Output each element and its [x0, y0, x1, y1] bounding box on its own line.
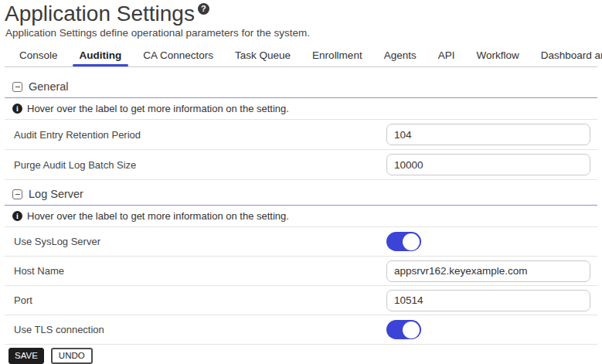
field-label: Audit Entry Retention Period: [5, 129, 386, 141]
info-icon: i: [12, 211, 22, 221]
section-title: Log Server: [29, 188, 83, 200]
collapse-icon[interactable]: [12, 189, 22, 199]
tab-console[interactable]: Console: [9, 45, 69, 66]
field-control: [386, 320, 597, 339]
form-row-host-name: Host Name: [5, 257, 597, 286]
use-tls-connection-toggle[interactable]: [386, 320, 421, 339]
toggle-knob: [403, 321, 420, 338]
tab-agents[interactable]: Agents: [373, 45, 427, 66]
field-control: [386, 232, 597, 251]
settings-tabbar: Console Auditing CA Connectors Task Queu…: [5, 45, 597, 67]
section-header-general[interactable]: General: [5, 77, 597, 98]
info-text: Hover over the label to get more informa…: [27, 103, 289, 114]
info-icon: i: [12, 104, 22, 114]
purge-audit-log-batch-size-input[interactable]: [386, 154, 590, 175]
section-general-info: i Hover over the label to get more infor…: [5, 98, 597, 120]
section-title: General: [29, 80, 69, 93]
field-control: [386, 290, 597, 311]
form-row-use-tls-connection: Use TLS connection: [5, 315, 597, 345]
tab-api[interactable]: API: [427, 45, 466, 66]
port-input[interactable]: [386, 290, 590, 311]
section-header-log-server[interactable]: Log Server: [5, 184, 597, 206]
tab-workflow[interactable]: Workflow: [465, 45, 529, 66]
undo-button[interactable]: UNDO: [51, 348, 93, 364]
collapse-icon[interactable]: [12, 82, 22, 92]
tab-ca-connectors[interactable]: CA Connectors: [132, 45, 224, 66]
application-settings-page: Application Settings ? Application Setti…: [0, 0, 602, 364]
form-row-purge-audit-log-batch-size: Purge Audit Log Batch Size: [5, 150, 597, 180]
field-label: Host Name: [5, 265, 386, 277]
tab-dashboard-and-reports[interactable]: Dashboard and Reports: [530, 45, 602, 66]
action-bar: SAVE UNDO: [5, 345, 597, 364]
tab-task-queue[interactable]: Task Queue: [224, 45, 301, 66]
form-row-use-syslog-server: Use SysLog Server: [5, 227, 597, 257]
audit-entry-retention-period-input[interactable]: [386, 124, 590, 145]
field-label: Purge Audit Log Batch Size: [5, 159, 386, 171]
help-icon[interactable]: ?: [198, 3, 209, 15]
field-control: [386, 260, 597, 282]
field-label: Use SysLog Server: [5, 236, 386, 247]
toggle-knob: [403, 233, 420, 250]
use-syslog-server-toggle[interactable]: [386, 232, 421, 251]
tab-auditing[interactable]: Auditing: [69, 45, 133, 66]
tab-enrollment[interactable]: Enrollment: [301, 45, 373, 66]
field-label: Use TLS connection: [5, 324, 386, 335]
field-label: Port: [5, 294, 386, 306]
form-row-port: Port: [5, 286, 597, 315]
save-button[interactable]: SAVE: [9, 348, 44, 364]
info-text: Hover over the label to get more informa…: [27, 210, 289, 222]
section-log-server-info: i Hover over the label to get more infor…: [5, 206, 597, 227]
host-name-input[interactable]: [386, 260, 590, 282]
page-title-text: Application Settings: [5, 2, 195, 26]
form-row-audit-entry-retention-period: Audit Entry Retention Period: [5, 120, 597, 150]
field-control: [386, 154, 597, 175]
field-control: [386, 124, 597, 145]
page-title: Application Settings ?: [5, 2, 597, 26]
page-subtitle: Application Settings define operational …: [5, 27, 597, 39]
